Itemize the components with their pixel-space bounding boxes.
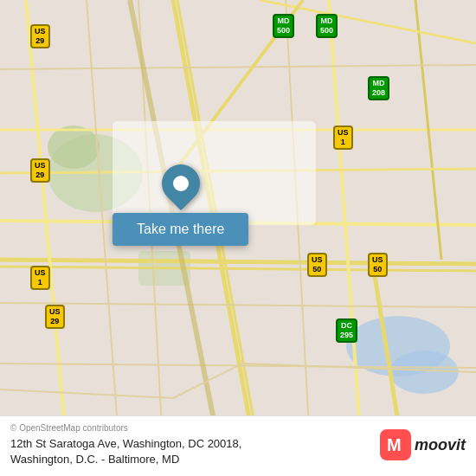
road-sign-us50-left: US50 (307, 253, 327, 277)
svg-point-2 (48, 125, 100, 169)
road-sign-us1-bottom: US1 (30, 266, 50, 290)
take-me-there-button[interactable]: Take me there (113, 213, 248, 246)
address-text: 12th St Saratoga Ave, Washington, DC 200… (10, 436, 241, 467)
road-sign-md500-mid: MD500 (273, 14, 294, 38)
road-sign-us29-bottom: US29 (45, 305, 65, 329)
address-line2: Washington, D.C. - Baltimore, MD (10, 453, 179, 466)
moovit-icon: M (380, 429, 411, 460)
map-container: US29 MD500 MD500 MD208 US1 US29 US1 US50… (0, 0, 476, 476)
road-sign-md500-top: MD500 (316, 14, 338, 38)
svg-point-5 (389, 351, 459, 394)
road-sign-us1-right: US1 (333, 125, 353, 150)
bottom-left: © OpenStreetMap contributors 12th St Sar… (10, 423, 241, 467)
road-sign-us29-top: US29 (30, 24, 50, 48)
location-pin (154, 157, 208, 210)
moovit-label: moovit (415, 436, 466, 454)
moovit-logo: M moovit (380, 429, 466, 460)
road-sign-dc295: DC295 (336, 318, 357, 343)
road-sign-md208: MD208 (368, 76, 389, 100)
button-container: Take me there (113, 164, 248, 246)
bottom-bar: © OpenStreetMap contributors 12th St Sar… (0, 415, 476, 476)
road-sign-us50-right: US50 (368, 253, 388, 277)
svg-text:M: M (387, 435, 402, 454)
address-line1: 12th St Saratoga Ave, Washington, DC 200… (10, 437, 241, 450)
road-sign-us29-mid: US29 (30, 158, 50, 183)
copyright-text: © OpenStreetMap contributors (10, 423, 241, 433)
moovit-m-icon: M (385, 434, 406, 455)
